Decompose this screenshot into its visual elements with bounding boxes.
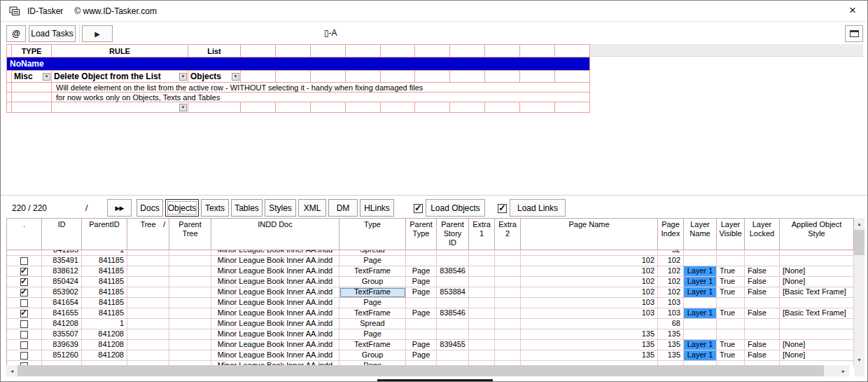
cell-layer_locked[interactable]: False: [745, 266, 780, 277]
empty-cell[interactable]: [485, 45, 520, 57]
cell-check[interactable]: [7, 319, 42, 329]
cell-extra1[interactable]: [469, 319, 495, 329]
cell-doc[interactable]: Minor League Book Inner AA.indd: [211, 287, 340, 298]
cell-id[interactable]: 835491: [42, 256, 82, 266]
cell-doc[interactable]: Minor League Book Inner AA.indd: [211, 350, 340, 361]
cell-extra2[interactable]: [495, 308, 521, 319]
cell-check[interactable]: [7, 329, 42, 340]
table-row[interactable]: 850424841185Minor League Book Inner AA.i…: [7, 277, 854, 287]
cell-id[interactable]: 838612: [42, 266, 82, 277]
table-row[interactable]: 835507841208Minor League Book Inner AA.i…: [7, 329, 854, 340]
cell-page_name[interactable]: 102: [521, 256, 658, 266]
cell-parent_tree[interactable]: [169, 250, 211, 256]
scroll-down-button[interactable]: ▼: [854, 354, 864, 365]
load-links-checkbox[interactable]: [498, 204, 507, 213]
cell-style[interactable]: [None]: [780, 340, 854, 350]
cell-parent_tree[interactable]: [169, 266, 211, 277]
cell-parent_story_id[interactable]: 853884: [437, 287, 469, 298]
col-header-layer_visible[interactable]: Layer Visible: [717, 219, 745, 250]
cell-parent_story_id[interactable]: 838546: [437, 266, 469, 277]
cell-parent_story_id[interactable]: 839455: [437, 340, 469, 350]
cell-page_name[interactable]: 103: [521, 308, 658, 319]
cell-id[interactable]: 841655: [42, 308, 82, 319]
empty-cell[interactable]: [555, 71, 590, 83]
cell-parent_id[interactable]: 841185: [82, 308, 127, 319]
cell-parent_story_id[interactable]: 838546: [437, 308, 469, 319]
cell-parent_type[interactable]: [406, 256, 437, 266]
col-header-id[interactable]: ID: [42, 219, 82, 250]
cell-tree[interactable]: [127, 250, 169, 256]
row-checkbox[interactable]: [20, 320, 28, 328]
cell-tree[interactable]: [127, 350, 169, 361]
cell-extra2[interactable]: [495, 329, 521, 340]
cell-layer_name[interactable]: [684, 256, 717, 266]
empty-cell[interactable]: [485, 71, 520, 83]
cell-layer_locked[interactable]: [745, 329, 780, 340]
cell-extra2[interactable]: [495, 319, 521, 329]
cell-id[interactable]: 850424: [42, 277, 82, 287]
cell-id[interactable]: 851260: [42, 350, 82, 361]
cell-extra2[interactable]: [495, 340, 521, 350]
cell-extra1[interactable]: [469, 340, 495, 350]
cell-parent_tree[interactable]: [169, 256, 211, 266]
scroll-left-button[interactable]: ◄: [6, 365, 18, 376]
table-row[interactable]: 838612841185Minor League Book Inner AA.i…: [7, 266, 854, 277]
run-task-button[interactable]: ▶: [82, 25, 113, 42]
table-row[interactable]: 8412081Minor League Book Inner AA.inddSp…: [7, 319, 854, 329]
load-links-button[interactable]: Load Links: [510, 199, 566, 217]
empty-cell[interactable]: [241, 45, 276, 57]
cell-extra2[interactable]: [495, 287, 521, 298]
cell-parent_tree[interactable]: [169, 287, 211, 298]
cell-tree[interactable]: [127, 277, 169, 287]
cell-parent_id[interactable]: 841208: [82, 329, 127, 340]
cell-extra1[interactable]: [469, 350, 495, 361]
empty-cell[interactable]: [276, 71, 311, 83]
cell-style[interactable]: [780, 329, 854, 340]
cell-parent_tree[interactable]: [169, 308, 211, 319]
close-button[interactable]: ×: [849, 4, 856, 18]
cell-tree[interactable]: [127, 256, 169, 266]
cell-layer_visible[interactable]: True: [717, 340, 745, 350]
cell-layer_name[interactable]: [684, 298, 717, 308]
cell-style[interactable]: [780, 319, 854, 329]
cell-layer_locked[interactable]: [745, 319, 780, 329]
vertical-scroll-thumb[interactable]: [854, 230, 864, 255]
cell-page_index[interactable]: 102: [658, 277, 684, 287]
cell-doc[interactable]: Minor League Book Inner AA.indd: [211, 308, 340, 319]
cell-parent_id[interactable]: 841185: [82, 277, 127, 287]
cell-doc[interactable]: Minor League Book Inner AA.indd: [211, 298, 340, 308]
cell-parent_tree[interactable]: [169, 340, 211, 350]
cell-parent_tree[interactable]: [169, 319, 211, 329]
cell-parent_id[interactable]: 841208: [82, 350, 127, 361]
cell-extra2[interactable]: [495, 256, 521, 266]
cell-style[interactable]: [None]: [780, 266, 854, 277]
cell-page_name[interactable]: 135: [521, 340, 658, 350]
cell-extra2[interactable]: [495, 250, 521, 256]
cell-layer_name[interactable]: Layer 1: [684, 277, 717, 287]
cell-layer_visible[interactable]: [717, 250, 745, 256]
empty-cell[interactable]: [415, 45, 450, 57]
cell-page_name[interactable]: [521, 319, 658, 329]
row-checkbox[interactable]: [20, 299, 28, 307]
cell-extra1[interactable]: [469, 308, 495, 319]
empty-cell[interactable]: [276, 102, 311, 113]
cell-doc[interactable]: Minor League Book Inner AA.indd: [211, 340, 340, 350]
row-checkbox[interactable]: [20, 289, 28, 296]
fast-forward-button[interactable]: ▶▶: [107, 199, 132, 217]
empty-cell[interactable]: [346, 71, 381, 83]
cell-parent_id[interactable]: 841185: [82, 298, 127, 308]
chevron-down-icon[interactable]: ▼: [179, 73, 187, 81]
col-header-rule[interactable]: RULE: [52, 45, 188, 57]
empty-cell[interactable]: [311, 45, 346, 57]
cell-parent_story_id[interactable]: [437, 350, 469, 361]
empty-cell[interactable]: [346, 45, 381, 57]
cell-type[interactable]: Group: [340, 350, 406, 361]
col-header-list[interactable]: List: [188, 45, 241, 57]
row-checkbox[interactable]: [20, 352, 28, 360]
cell-layer_locked[interactable]: False: [745, 340, 780, 350]
empty-cell[interactable]: [485, 102, 520, 113]
cell-type[interactable]: TextFrame: [340, 287, 406, 298]
tab-docs[interactable]: Docs: [136, 199, 163, 217]
col-header-layer_locked[interactable]: Layer Locked: [745, 219, 780, 250]
cell-parent_id[interactable]: 841185: [82, 266, 127, 277]
